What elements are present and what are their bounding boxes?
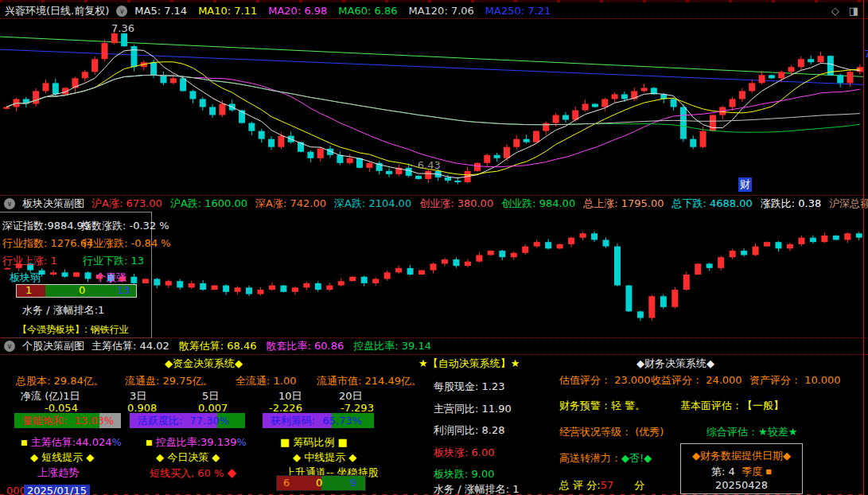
main-chip-signal: ■ 主筹估算:44.024%	[21, 435, 122, 450]
sector-section-title: 板块决策副图	[22, 197, 84, 211]
strength-weak-count: 1	[25, 284, 32, 296]
square-bullet-icon: ■	[146, 438, 153, 446]
profit-chip-gauge: 获利筹码: 65.73%	[263, 413, 374, 428]
low-price-label: - 6.43	[411, 159, 441, 171]
square-bullet-icon: ■	[765, 468, 772, 475]
diamond-icon[interactable]: ◇	[831, 5, 839, 17]
right-axis-label: 7.	[864, 48, 868, 60]
short-term-hint-title: ◆ 短线提示 ◆	[30, 450, 94, 465]
industry-index-value: 行业指数: 1276.64	[2, 236, 93, 251]
today-decision-message: 短线买入, 60 % ◆	[150, 466, 236, 481]
control-ratio-signal: ■ 控盘比率:39.139%	[146, 435, 247, 450]
peak-price-label: 7.36	[111, 22, 134, 34]
auto-system-column: ★【自动决策系统】★ 每股现金: 1.23主营同比: 11.90利润同比: 8.…	[407, 355, 549, 495]
finance-system-title: ◆财务决策系统◆	[636, 357, 714, 371]
market-stat: 沪深总额: 5675.03	[829, 197, 868, 211]
ma-value: MA250: 7.21	[485, 5, 551, 17]
market-stat: 总上涨: 1795.00	[583, 197, 664, 211]
fund-system-column: ◆资金决策系统◆ 总股本: 29.84亿。流通盘: 29.75亿。全流通: 1.…	[0, 355, 407, 495]
right-border-line	[863, 0, 864, 495]
chip-stats: 主筹估算: 44.02散筹估算: 68.46散套比率: 60.86控盘比率: 3…	[91, 339, 431, 353]
market-stat: 沪A跌: 1600.00	[170, 197, 247, 211]
stock-app-window: 兴蓉环境(日线.前复权) ∨ MA5: 7.14MA10: 7.11MA20: …	[0, 0, 868, 495]
strength-ratio-bar: 1 0 13	[16, 284, 137, 298]
market-stat: 创业跌: 984.00	[501, 197, 575, 211]
toolbar-clipped-strip	[0, 0, 868, 2]
finance-warning-label: 财务预警：轻 警。	[559, 399, 645, 413]
gauge-label: 活跃度比:	[134, 415, 182, 427]
finance-score: 估值评分： 23.000	[559, 373, 651, 388]
market-stat: 深A跌: 2104.00	[334, 197, 411, 211]
sector-rank-label: 水务 / 涨幅排名:1	[22, 303, 104, 318]
window-split-icon[interactable]: ◨	[849, 5, 858, 17]
decision-panel: ◆资金决策系统◆ 总股本: 29.84亿。流通盘: 29.75亿。全流通: 1.…	[0, 354, 868, 495]
auto-system-item: 每股现金: 1.23	[434, 380, 504, 394]
sector-weak-label: 板块弱	[10, 271, 41, 285]
market-stat: 涨跌比: 0.38	[761, 197, 821, 211]
industry-change-value: 行业涨跌: -0.84 %	[83, 236, 171, 251]
chip-stat: 主筹估算: 44.02	[91, 339, 169, 353]
fund-netflow-value: 0.908	[127, 402, 157, 414]
stock-section-title: 个股决策副图	[22, 339, 84, 353]
signal-value: 39.139	[200, 436, 237, 448]
ma-value: MA60: 6.86	[338, 5, 397, 17]
signal-label: 控盘比率:	[156, 436, 200, 448]
header-controls: ◇ ◨	[831, 5, 858, 17]
mid-term-hint-title: ◆ 中线提示 ◆	[293, 450, 356, 465]
ma-value: MA10: 7.11	[198, 5, 257, 17]
chip-stat: 散筹估算: 68.46	[179, 339, 257, 353]
today-decision-title: ◆ 今日决策 ◆	[156, 450, 220, 465]
quarter-unit: 季度	[741, 466, 762, 477]
hot-sector-label: 【今强势板块】: 钢铁行业	[18, 323, 129, 337]
market-stat: 创业涨: 380.00	[419, 197, 493, 211]
ma-legend: MA5: 7.14MA10: 7.11MA20: 6.98MA60: 6.86M…	[134, 5, 551, 17]
fund-capital-value: 流通市值: 214.49亿。	[317, 374, 422, 388]
fund-netflow-value: -0.054	[45, 402, 78, 414]
quarter-number: 第: 4	[711, 466, 735, 477]
percent-sign: %	[112, 436, 122, 448]
chip-stat: 散套比率: 60.86	[266, 339, 344, 353]
chip-proportion-label: ■ 筹码比例 ■	[280, 435, 348, 450]
stock-strong-label: 个股强	[95, 271, 127, 285]
red-diamond-icon: ◆	[227, 466, 236, 480]
operating-grade-label: 经营状况等级： (优秀)	[559, 425, 664, 439]
chevron-down-icon[interactable]: ∨	[4, 198, 15, 209]
ma-value: MA120: 7.06	[408, 5, 473, 17]
main-candle-chart[interactable]: 7.36 - 6.43 财 7.	[0, 18, 868, 195]
ma-value: MA20: 6.98	[268, 5, 327, 17]
square-bullet-icon: ■	[21, 438, 28, 446]
chart-title: 兴蓉环境(日线.前复权)	[5, 4, 109, 18]
finance-system-column: ◆财务决策系统◆ 估值评分： 23.000收益评分： 24.000资产评分： 1…	[549, 355, 868, 495]
chart-header: 兴蓉环境(日线.前复权) ∨ MA5: 7.14MA10: 7.11MA20: …	[0, 3, 868, 18]
fund-capital-value: 流通盘: 29.75亿。	[125, 374, 213, 388]
fund-netflow-value: -7.293	[341, 402, 374, 414]
activity-ratio-gauge: 活跃度比: 77.30%	[130, 413, 245, 428]
market-stat: 总下跌: 4688.00	[671, 197, 752, 211]
strength-mid-count: 0	[79, 284, 85, 296]
auto-system-item: 主营同比: 11.90	[434, 402, 512, 416]
gauge-label: 获利筹码:	[267, 415, 315, 427]
finance-quarter-row: 第: 4 季度 ■	[681, 465, 802, 479]
gauge-value: 77.30%	[186, 415, 230, 427]
finance-score: 资产评分： 10.000	[749, 373, 841, 388]
fund-capital-value: 全流通: 1.00	[235, 374, 296, 388]
gauge-value: 13.03%	[71, 415, 115, 427]
strength-strong-count: 13	[117, 284, 130, 296]
finance-flag-marker[interactable]: 财	[738, 177, 752, 192]
fundamental-eval-label: 基本面评估：【一般】	[680, 399, 784, 413]
volume-saturation-gauge: 量能饱和: 13.03%	[14, 413, 121, 428]
bonus-value: ◆否!◆	[621, 452, 652, 464]
bonus-potential-label: 高送转潜力：◆否!◆	[559, 451, 652, 466]
ma-value: MA5: 7.14	[134, 5, 187, 17]
chevron-down-icon[interactable]: ∨	[116, 6, 127, 17]
fund-capital-value: 总股本: 29.84亿。	[16, 374, 104, 388]
overall-eval-label: 综合评估：★较差★	[706, 425, 797, 439]
finance-score: 收益评分： 24.000	[651, 373, 742, 388]
chevron-down-icon[interactable]: ∨	[4, 341, 15, 352]
industry-up-count: 行业上涨: 1	[2, 254, 57, 268]
stock-section-header: ∨ 个股决策副图 主筹估算: 44.02散筹估算: 68.46散套比率: 60.…	[0, 337, 868, 354]
buy-signal-text: 短线买入, 60 %	[150, 467, 224, 479]
percent-sign: %	[237, 436, 247, 448]
auto-system-item: 板块涨: 6.00	[434, 446, 494, 460]
auto-system-title: ★【自动决策系统】★	[418, 357, 520, 371]
